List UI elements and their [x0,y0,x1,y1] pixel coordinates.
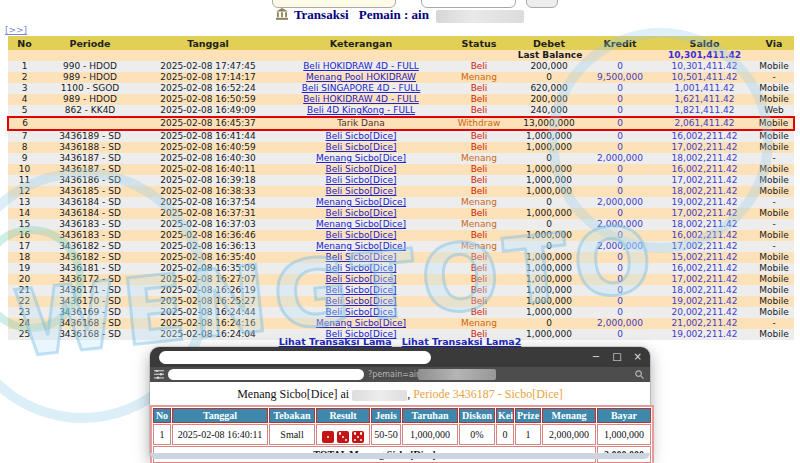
popup-column-header-kei: Kei [496,408,514,423]
cell-no: 24 [8,318,41,329]
cell-debet: 200,000 [513,94,585,105]
popup-title-prefix: Menang Sicbo[Dice] ai [237,387,349,401]
popup-column-header-tanggal: Tanggal [172,408,268,423]
keterangan-link[interactable]: Beli Sicbo[Dice] [326,142,397,152]
keterangan-link[interactable]: Menang Sicbo[Dice] [316,153,406,163]
cell-status: Menang [445,72,513,83]
popup-cell-kei: 0 [496,424,514,445]
cell-periode: 3436168 - SD [41,318,139,329]
cell-periode: 3436169 - SD [41,307,139,318]
cell-debet: 1,000,000 [513,175,585,186]
cell-via: Mobile [754,208,794,219]
maximize-button[interactable]: □ [612,347,621,367]
popup-column-header-menang: Menang [542,408,596,423]
cell-via: Mobile [754,263,794,274]
cell-no: 13 [8,197,41,208]
popup-titlebar[interactable]: − □ × [150,347,650,367]
keterangan-link[interactable]: Beli Sicbo[Dice] [326,230,397,240]
keterangan-link[interactable]: Beli 4D KingKong - FULL [307,105,415,115]
cell-debet: 1,000,000 [513,252,585,263]
cell-saldo: 16,002,211.42 [655,263,754,274]
cell-keterangan: Menang Sicbo[Dice] [277,318,445,329]
popup-column-header-diskon: Diskon [459,408,495,423]
keterangan-link[interactable]: Beli Sicbo[Dice] [326,252,397,262]
cell-kredit: 0 [585,296,655,307]
status-badge: Beli [471,252,488,262]
cell-debet: 1,000,000 [513,296,585,307]
table-row: 4989 - HDOD2025-02-08 16:50:59Beli HOKID… [8,94,794,105]
keterangan-link[interactable]: Beli Sicbo[Dice] [326,164,397,174]
url-input[interactable] [168,369,364,380]
keterangan-link[interactable]: Menang Sicbo[Dice] [316,197,406,207]
keterangan-link[interactable]: Beli HOKIDRAW 4D - FULL [303,61,419,71]
keterangan-link[interactable]: Beli Sicbo[Dice] [326,307,397,317]
keterangan-link[interactable]: Beli Sicbo[Dice] [326,131,397,141]
cell-status: Beli [445,94,513,105]
footer-link-2[interactable]: Lihat Transaksi Lama2 [402,336,522,347]
cell-keterangan: Beli SINGAPORE 4D - FULL [277,83,445,94]
transactions-table-wrap: NoPeriodeTanggalKeteranganStatusDebetKre… [7,36,793,340]
cell-periode: 3436185 - SD [41,186,139,197]
browser-tab[interactable] [159,351,431,364]
keterangan-link[interactable]: Beli Sicbo[Dice] [326,186,397,196]
cell-keterangan: Beli Sicbo[Dice] [277,186,445,197]
last-balance-row: Last Balance10,301,411.42 [8,50,794,61]
popup-column-header-taruhan: Taruhan [402,408,458,423]
column-header-tanggal: Tanggal [139,36,277,50]
keterangan-link[interactable]: Menang Sicbo[Dice] [316,219,406,229]
cell-status: Beli [445,230,513,241]
cell-tanggal: 2025-02-08 16:37:31 [139,208,277,219]
cell-periode: 3436170 - SD [41,296,139,307]
last-balance-value: 10,301,411.42 [655,50,754,61]
keterangan-link[interactable]: Beli Sicbo[Dice] [326,274,397,284]
cell-saldo: 17,002,211.42 [655,208,754,219]
transactions-table: NoPeriodeTanggalKeteranganStatusDebetKre… [7,36,795,340]
table-row: 1990 - HDOD2025-02-08 17:47:45Beli HOKID… [8,61,794,72]
cell-debet: 1,000,000 [513,130,585,142]
cell-keterangan: Beli Sicbo[Dice] [277,252,445,263]
keterangan-link[interactable]: Beli Sicbo[Dice] [326,296,397,306]
cell-saldo: 18,002,211.42 [655,219,754,230]
keterangan-link[interactable]: Beli HOKIDRAW 4D - FULL [303,94,419,104]
table-row: 223436170 - SD2025-02-08 16:25:27Beli Si… [8,296,794,307]
keterangan-link[interactable]: Beli Sicbo[Dice] [326,263,397,273]
redacted-player-name [436,10,524,23]
cell-no: 6 [8,117,41,130]
cell-via: Mobile [754,186,794,197]
cell-no: 2 [8,72,41,83]
keterangan-link[interactable]: Beli Sicbo[Dice] [326,208,397,218]
keterangan-link[interactable]: Beli SINGAPORE 4D - FULL [302,83,421,93]
cell-no: 17 [8,241,41,252]
cell-tanggal: 2025-02-08 16:25:27 [139,296,277,307]
tune-icon[interactable] [154,370,164,379]
magnifier-icon[interactable] [635,370,644,379]
keterangan-link[interactable]: Beli Sicbo[Dice] [326,285,397,295]
cell-debet: 1,000,000 [513,263,585,274]
keterangan-link[interactable]: Menang Sicbo[Dice] [316,241,406,251]
popup-cell-taruhan: 1,000,000 [402,424,458,445]
keterangan-link[interactable]: Beli Sicbo[Dice] [326,175,397,185]
cell-kredit: 0 [585,164,655,175]
cell-tanggal: 2025-02-08 16:39:18 [139,175,277,186]
back-link[interactable]: [>>] [5,25,27,35]
cell-saldo: 19,002,211.42 [655,197,754,208]
cell-debet: 1,000,000 [513,307,585,318]
cell-empty [8,50,445,61]
cell-kredit: 0 [585,263,655,274]
popup-cell-jenis: 50-50 [371,424,401,445]
table-row: 213436171 - SD2025-02-08 16:26:19Beli Si… [8,285,794,296]
cell-periode: 3436171 - SD [41,285,139,296]
redacted-player-name [352,390,407,401]
cell-status: Menang [445,153,513,164]
keterangan-link[interactable]: Menang Pool HOKIDRAW [306,72,416,82]
bank-icon [276,8,288,20]
cell-saldo: 1,621,411.42 [655,94,754,105]
cell-status: Beli [445,285,513,296]
keterangan-link[interactable]: Menang Sicbo[Dice] [316,318,406,328]
footer-link-1[interactable]: Lihat Transaksi Lama [279,336,392,347]
redacted-url-param [418,369,496,380]
cell-via: Mobile [754,274,794,285]
close-button[interactable]: × [634,347,642,367]
minimize-button[interactable]: − [592,347,600,367]
cell-debet: 1,000,000 [513,164,585,175]
